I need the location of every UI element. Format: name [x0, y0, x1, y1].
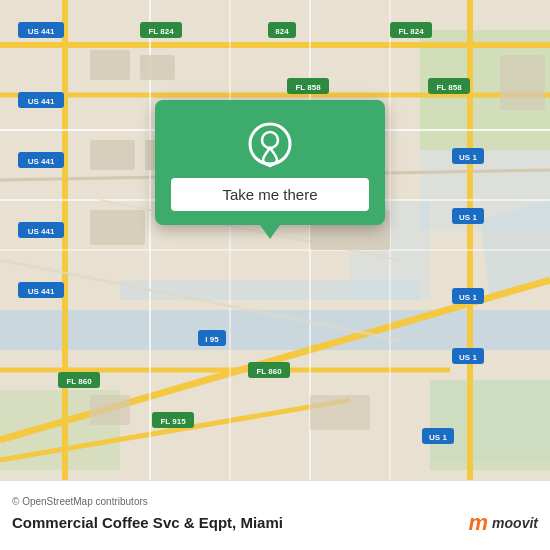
svg-point-77 — [262, 132, 278, 148]
svg-text:FL 824: FL 824 — [148, 27, 174, 36]
bottom-bar: © OpenStreetMap contributors Commercial … — [0, 480, 550, 550]
svg-point-76 — [250, 124, 290, 164]
svg-text:US 1: US 1 — [459, 293, 477, 302]
map-area: US 441 US 441 US 441 US 441 US 441 FL 82… — [0, 0, 550, 480]
svg-rect-8 — [430, 380, 550, 470]
svg-text:I 95: I 95 — [205, 335, 219, 344]
svg-text:US 441: US 441 — [28, 27, 55, 36]
moovit-wordmark: moovit — [492, 515, 538, 531]
location-popup: Take me there — [155, 100, 385, 225]
svg-text:824: 824 — [275, 27, 289, 36]
svg-text:FL 858: FL 858 — [295, 83, 321, 92]
take-me-there-button[interactable]: Take me there — [171, 178, 369, 211]
svg-text:US 441: US 441 — [28, 287, 55, 296]
svg-rect-65 — [90, 50, 130, 80]
svg-text:US 1: US 1 — [459, 213, 477, 222]
svg-rect-71 — [90, 210, 145, 245]
place-name: Commercial Coffee Svc & Eqpt, Miami — [12, 514, 283, 531]
svg-text:FL 858: FL 858 — [436, 83, 462, 92]
svg-rect-73 — [90, 395, 130, 425]
svg-text:FL 915: FL 915 — [160, 417, 186, 426]
svg-text:US 441: US 441 — [28, 227, 55, 236]
svg-rect-75 — [500, 55, 545, 110]
svg-text:US 1: US 1 — [459, 353, 477, 362]
svg-text:FL 860: FL 860 — [256, 367, 282, 376]
svg-text:US 1: US 1 — [459, 153, 477, 162]
svg-rect-68 — [90, 140, 135, 170]
moovit-logo: m moovit — [469, 510, 538, 536]
svg-text:US 441: US 441 — [28, 97, 55, 106]
bottom-info-row: Commercial Coffee Svc & Eqpt, Miami m mo… — [12, 510, 538, 536]
svg-text:US 1: US 1 — [429, 433, 447, 442]
moovit-m-letter: m — [469, 510, 489, 536]
map-pin-icon — [246, 120, 294, 168]
map-attribution: © OpenStreetMap contributors — [12, 496, 538, 507]
svg-text:FL 860: FL 860 — [66, 377, 92, 386]
svg-text:FL 824: FL 824 — [398, 27, 424, 36]
svg-text:US 441: US 441 — [28, 157, 55, 166]
svg-rect-66 — [140, 55, 175, 80]
svg-rect-74 — [310, 395, 370, 430]
